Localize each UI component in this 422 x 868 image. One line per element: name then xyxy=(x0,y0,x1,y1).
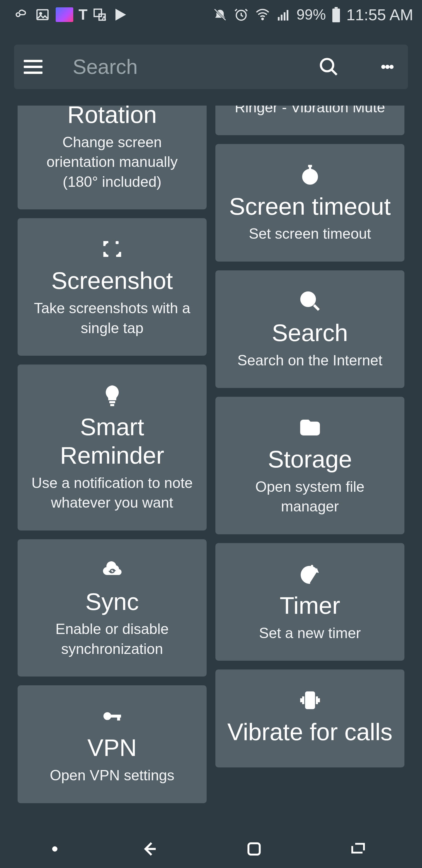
svg-point-0 xyxy=(16,13,20,17)
svg-rect-16 xyxy=(117,715,120,720)
content-region: Rotation Change screen orientation manua… xyxy=(0,105,422,830)
status-left: T xyxy=(12,6,129,23)
svg-rect-9 xyxy=(284,12,286,21)
system-navbar xyxy=(0,830,422,868)
search-globe-icon xyxy=(298,286,322,316)
right-column: Ringer - Vibration Mute Screen timeout S… xyxy=(216,105,404,803)
card-vibrate-calls[interactable]: Vibrate for calls xyxy=(216,670,404,767)
wifi-icon xyxy=(254,7,271,22)
back-icon xyxy=(139,839,160,859)
play-store-icon xyxy=(113,7,129,23)
svg-point-13 xyxy=(321,59,333,71)
bulb-icon xyxy=(100,381,124,410)
card-screenshot[interactable]: Screenshot Take screenshots with a singl… xyxy=(18,218,206,356)
card-storage[interactable]: Storage Open system file manager xyxy=(216,397,404,534)
nav-home[interactable] xyxy=(242,837,266,861)
card-sub: Open system file manager xyxy=(227,477,393,517)
svg-rect-12 xyxy=(335,7,337,8)
card-sub: Search on the Internet xyxy=(237,351,383,371)
search-bar[interactable]: Search xyxy=(14,44,408,89)
svg-rect-7 xyxy=(278,17,280,21)
recent-icon xyxy=(347,840,369,858)
card-sub: Enable or disable synchronization xyxy=(29,619,195,659)
card-screen-timeout[interactable]: Screen timeout Set screen timeout xyxy=(216,144,404,261)
battery-icon xyxy=(331,7,341,22)
card-title: VPN xyxy=(87,734,137,762)
svg-rect-10 xyxy=(287,10,288,21)
key-icon xyxy=(100,702,124,731)
card-sync[interactable]: Sync Enable or disable synchronization xyxy=(18,539,206,677)
status-right: 99% 11:55 AM xyxy=(212,6,413,24)
app-bar: Search xyxy=(0,44,422,89)
card-sub: Set a new timer xyxy=(259,623,361,643)
search-input[interactable]: Search xyxy=(55,55,305,79)
translate-icon xyxy=(92,7,107,22)
nav-recent[interactable] xyxy=(347,837,370,861)
menu-button[interactable] xyxy=(23,57,43,77)
home-icon xyxy=(245,839,264,859)
card-title: Vibrate for calls xyxy=(227,718,393,746)
search-button[interactable] xyxy=(317,55,340,79)
card-grid: Rotation Change screen orientation manua… xyxy=(0,105,422,803)
weather-icon xyxy=(12,7,29,22)
card-title: Screen timeout xyxy=(229,192,391,221)
left-column: Rotation Change screen orientation manua… xyxy=(18,105,206,803)
overflow-button[interactable] xyxy=(376,55,399,79)
card-sub: Open VPN settings xyxy=(50,766,174,785)
svg-rect-21 xyxy=(306,692,314,708)
card-title: Screenshot xyxy=(51,267,173,295)
svg-rect-8 xyxy=(281,15,283,21)
card-title: Sync xyxy=(85,588,139,616)
card-title: Rotation xyxy=(67,105,157,129)
svg-rect-11 xyxy=(332,8,340,22)
dot-icon xyxy=(389,65,394,69)
svg-rect-3 xyxy=(94,9,101,17)
status-bar: T 99% 11:55 AM xyxy=(0,0,422,29)
screenshot-icon xyxy=(100,234,124,264)
dot-icon xyxy=(385,65,389,69)
card-vpn[interactable]: VPN Open VPN settings xyxy=(18,685,206,803)
dot-icon xyxy=(381,65,385,69)
nav-indicator xyxy=(52,846,58,851)
alarm-icon xyxy=(233,7,249,22)
clock: 11:55 AM xyxy=(347,6,413,24)
nav-back[interactable] xyxy=(138,837,161,861)
card-sub: Use a notification to note whatever you … xyxy=(29,473,195,513)
card-sub: Set screen timeout xyxy=(249,224,371,244)
card-timer[interactable]: Timer Set a new timer xyxy=(216,543,404,661)
card-search[interactable]: Search Search on the Internet xyxy=(216,270,404,388)
card-sub: Change screen orientation manually (180°… xyxy=(29,132,195,192)
folder-icon xyxy=(298,413,322,442)
card-smart-reminder[interactable]: Smart Reminder Use a notification to not… xyxy=(18,365,206,530)
vibrate-icon xyxy=(298,686,322,715)
svg-point-2 xyxy=(40,12,42,14)
card-rotation[interactable]: Rotation Change screen orientation manua… xyxy=(18,105,206,209)
amoled-icon xyxy=(56,7,73,22)
svg-point-14 xyxy=(103,712,111,720)
stopwatch-icon xyxy=(298,160,322,189)
card-title: Smart Reminder xyxy=(29,413,195,470)
card-sub: Take screenshots with a single tap xyxy=(29,299,195,338)
svg-point-6 xyxy=(262,18,263,20)
card-title: Timer xyxy=(280,591,340,620)
signal-icon xyxy=(276,8,291,22)
card-title: Storage xyxy=(268,445,352,473)
card-ringer-mute[interactable]: Ringer - Vibration Mute xyxy=(216,105,404,135)
search-icon xyxy=(318,56,339,78)
battery-pct: 99% xyxy=(297,6,326,23)
timer-icon xyxy=(298,559,322,589)
carrier-icon: T xyxy=(78,6,87,23)
mute-icon xyxy=(212,7,228,22)
card-sub: Ringer - Vibration Mute xyxy=(235,105,385,118)
svg-rect-22 xyxy=(249,843,260,855)
sync-icon xyxy=(100,555,124,585)
gallery-icon xyxy=(35,7,51,22)
card-title: Search xyxy=(272,319,348,347)
svg-point-20 xyxy=(311,565,313,567)
